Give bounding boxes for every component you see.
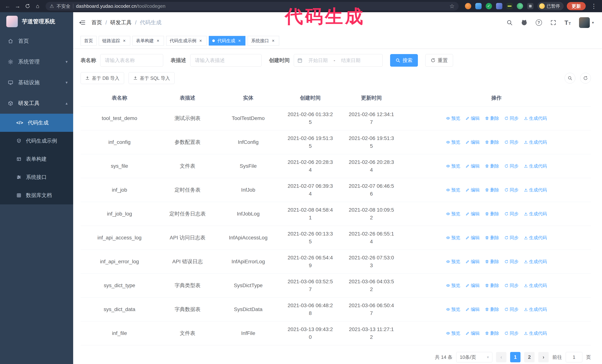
browser-update-button[interactable]: 更新 <box>567 2 586 10</box>
fullscreen-icon[interactable] <box>550 20 556 26</box>
edit-link[interactable]: 编辑 <box>465 210 480 217</box>
generate-code-link[interactable]: 生成代码 <box>524 306 547 313</box>
tab-codegen-example[interactable]: 代码生成示例× <box>166 36 206 46</box>
import-sql-button[interactable]: 基于 SQL 导入 <box>129 72 175 84</box>
extension-icon[interactable] <box>486 3 492 9</box>
app-logo[interactable]: 芋道管理系统 <box>0 12 73 31</box>
sync-link[interactable]: 同步 <box>504 330 519 337</box>
delete-link[interactable]: 删除 <box>485 139 499 146</box>
sidebar-subitem-form-builder[interactable]: 表单构建 <box>0 150 73 168</box>
edit-link[interactable]: 编辑 <box>465 258 480 265</box>
search-icon[interactable] <box>506 20 513 26</box>
extension-icon[interactable] <box>506 3 513 9</box>
delete-link[interactable]: 删除 <box>485 330 499 337</box>
breadcrumb-home[interactable]: 首页 <box>91 19 102 26</box>
sync-link[interactable]: 同步 <box>504 139 519 146</box>
next-page-button[interactable]: › <box>538 352 549 362</box>
browser-home-button[interactable]: ⌂ <box>33 2 42 10</box>
page-button-2[interactable]: 2 <box>524 352 535 362</box>
tab-form-builder[interactable]: 表单构建× <box>132 36 164 46</box>
generate-code-link[interactable]: 生成代码 <box>524 115 547 122</box>
browser-back-button[interactable]: ← <box>3 2 12 10</box>
edit-link[interactable]: 编辑 <box>465 163 480 169</box>
sidebar-subitem-db-docs[interactable]: 数据库文档 <box>0 186 73 204</box>
preview-link[interactable]: 预览 <box>446 210 460 217</box>
preview-link[interactable]: 预览 <box>446 187 460 193</box>
preview-link[interactable]: 预览 <box>446 234 460 241</box>
delete-link[interactable]: 删除 <box>485 258 499 265</box>
help-icon[interactable]: ? <box>536 20 542 26</box>
search-button[interactable]: 搜索 <box>390 54 418 67</box>
extension-icon[interactable] <box>517 3 523 9</box>
user-menu[interactable]: ▾ <box>579 17 594 28</box>
prev-page-button[interactable]: ‹ <box>496 352 506 362</box>
generate-code-link[interactable]: 生成代码 <box>524 282 547 289</box>
generate-code-link[interactable]: 生成代码 <box>524 330 547 337</box>
tab-close-icon[interactable]: × <box>271 38 276 43</box>
goto-page-input[interactable] <box>566 352 582 362</box>
sidebar-subitem-codegen-example[interactable]: 代码生成示例 <box>0 132 73 150</box>
sync-paused-badge[interactable]: 已暂停 <box>538 2 563 10</box>
table-name-input[interactable] <box>100 54 163 67</box>
page-button-1[interactable]: 1 <box>510 352 520 362</box>
page-size-select[interactable]: 10条/页 ▾ <box>456 352 492 362</box>
delete-link[interactable]: 删除 <box>485 210 499 217</box>
sidebar-subitem-system-api[interactable]: 系统接口 <box>0 168 73 186</box>
tab-tracing[interactable]: 链路追踪× <box>99 36 130 46</box>
edit-link[interactable]: 编辑 <box>465 139 480 146</box>
preview-link[interactable]: 预览 <box>446 330 460 337</box>
preview-link[interactable]: 预览 <box>446 139 460 146</box>
extension-icon[interactable] <box>496 3 502 9</box>
date-range-picker[interactable]: - <box>294 54 383 67</box>
table-desc-input[interactable] <box>190 54 262 67</box>
import-db-button[interactable]: 基于 DB 导入 <box>81 72 124 84</box>
github-icon[interactable] <box>521 19 527 26</box>
browser-forward-button[interactable]: → <box>13 2 22 10</box>
sync-link[interactable]: 同步 <box>504 163 519 169</box>
sidebar-toggle-icon[interactable] <box>79 19 86 26</box>
delete-link[interactable]: 删除 <box>485 282 499 289</box>
tab-close-icon[interactable]: × <box>237 38 242 43</box>
sidebar-item-infra[interactable]: 基础设施 ▾ <box>0 72 73 93</box>
extension-icon[interactable] <box>527 3 533 9</box>
tab-close-icon[interactable]: × <box>122 38 127 43</box>
sync-link[interactable]: 同步 <box>504 234 519 241</box>
sidebar-item-devtools[interactable]: 研发工具 ▴ <box>0 93 73 114</box>
edit-link[interactable]: 编辑 <box>465 115 480 122</box>
edit-link[interactable]: 编辑 <box>465 306 480 313</box>
tab-home[interactable]: 首页 <box>81 36 97 46</box>
bookmark-star-icon[interactable]: ☆ <box>449 3 455 10</box>
tab-codegen[interactable]: 代码生成× <box>209 36 246 46</box>
generate-code-link[interactable]: 生成代码 <box>524 187 547 193</box>
sync-link[interactable]: 同步 <box>504 187 519 193</box>
delete-link[interactable]: 删除 <box>485 115 499 122</box>
delete-link[interactable]: 删除 <box>485 234 499 241</box>
preview-link[interactable]: 预览 <box>446 306 460 313</box>
sync-link[interactable]: 同步 <box>504 258 519 265</box>
font-size-icon[interactable]: TT <box>565 20 571 26</box>
breadcrumb-devtools[interactable]: 研发工具 <box>110 19 132 26</box>
sidebar-subitem-codegen[interactable]: </> 代码生成 <box>0 114 73 132</box>
sync-link[interactable]: 同步 <box>504 306 519 313</box>
preview-link[interactable]: 预览 <box>446 163 460 169</box>
extension-icon[interactable] <box>475 3 482 9</box>
generate-code-link[interactable]: 生成代码 <box>524 210 547 217</box>
date-end-input[interactable] <box>337 58 365 63</box>
preview-link[interactable]: 预览 <box>446 115 460 122</box>
sync-link[interactable]: 同步 <box>504 282 519 289</box>
tab-close-icon[interactable]: × <box>156 38 161 43</box>
browser-reload-button[interactable] <box>23 2 32 10</box>
generate-code-link[interactable]: 生成代码 <box>524 163 547 169</box>
date-start-input[interactable] <box>304 58 332 63</box>
preview-link[interactable]: 预览 <box>446 258 460 265</box>
sync-link[interactable]: 同步 <box>504 210 519 217</box>
edit-link[interactable]: 编辑 <box>465 234 480 241</box>
generate-code-link[interactable]: 生成代码 <box>524 139 547 146</box>
reset-button[interactable]: 重置 <box>425 54 453 67</box>
delete-link[interactable]: 删除 <box>485 306 499 313</box>
browser-menu-icon[interactable]: ⋮ <box>589 3 599 10</box>
sidebar-item-system[interactable]: 系统管理 ▾ <box>0 52 73 72</box>
sync-link[interactable]: 同步 <box>504 115 519 122</box>
delete-link[interactable]: 删除 <box>485 187 499 193</box>
generate-code-link[interactable]: 生成代码 <box>524 258 547 265</box>
